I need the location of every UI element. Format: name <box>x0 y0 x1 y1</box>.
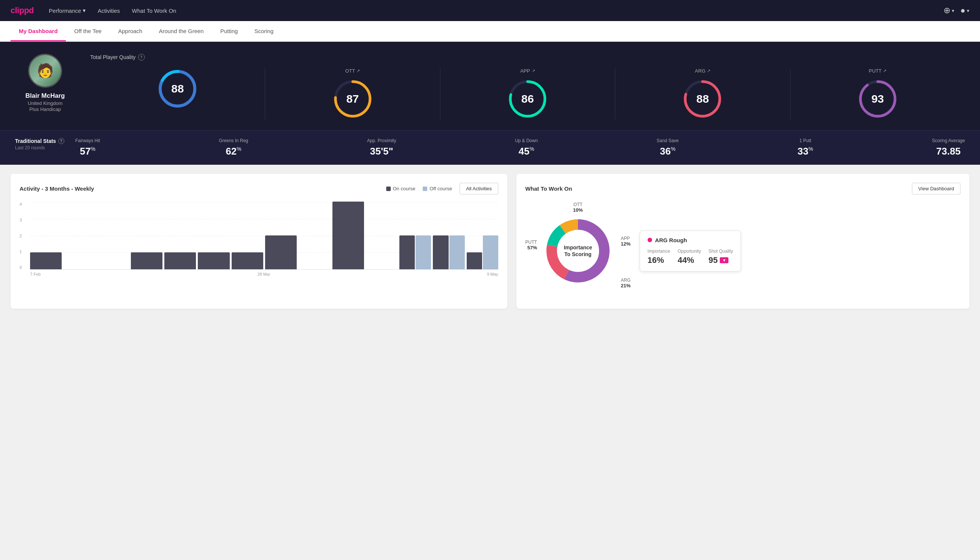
ott-score-circle: 87 <box>332 78 373 120</box>
bar-group-10 <box>333 202 364 269</box>
donut-center: Importance To Scoring <box>541 213 616 288</box>
profile-section: 🧑 Blair McHarg United Kingdom Plus Handi… <box>15 54 75 112</box>
score-card-app: APP ↗ 86 <box>440 68 615 120</box>
tooltip-shot-quality: Shot Quality 95 ▼ <box>709 248 733 265</box>
bar-oncourse <box>433 235 448 269</box>
score-card-putt: PUTT ↗ 93 <box>790 68 965 120</box>
activity-panel-header: Activity - 3 Months - Weekly On course O… <box>20 183 498 195</box>
bottom-panels: Activity - 3 Months - Weekly On course O… <box>0 165 980 318</box>
bar-group-12 <box>399 235 431 269</box>
score-label-ott: OTT ↗ <box>345 68 360 74</box>
legend-off-course: Off course <box>423 186 452 192</box>
stat-greens-in-reg: Greens In Reg 62% <box>219 138 248 157</box>
arg-score-circle: 88 <box>682 78 723 120</box>
tab-off-the-tee[interactable]: Off the Tee <box>66 21 110 42</box>
nav-activities[interactable]: Activities <box>98 8 120 14</box>
donut-label-putt: PUTT 57% <box>525 240 537 250</box>
bar-oncourse <box>164 252 196 269</box>
trad-stats-label: Traditional Stats ? Last 20 rounds <box>15 138 75 150</box>
nav-performance[interactable]: Performance ▾ <box>49 7 86 14</box>
x-label-feb: 7 Feb <box>30 272 41 277</box>
tooltip-importance: Importance 16% <box>647 248 670 265</box>
tooltip-opportunity: Opportunity 44% <box>678 248 701 265</box>
user-menu-button[interactable]: ● ▾ <box>960 6 970 15</box>
trad-stats-sublabel: Last 20 rounds <box>15 145 75 150</box>
scores-section: Total Player Quality ? 88 <box>90 54 965 120</box>
bar-group-13 <box>433 235 464 269</box>
down-arrow-badge: ▼ <box>720 257 729 263</box>
bar-group-6 <box>198 252 230 269</box>
chart-legend: On course Off course <box>386 186 453 192</box>
tab-my-dashboard[interactable]: My Dashboard <box>10 21 66 42</box>
bar-group-7 <box>232 252 263 269</box>
plus-circle-icon: ⊕ <box>943 6 950 15</box>
score-label-arg: ARG ↗ <box>695 68 710 74</box>
bar-group-1 <box>30 252 62 269</box>
tab-putting[interactable]: Putting <box>212 21 246 42</box>
score-cards: 88 OTT ↗ 87 <box>90 68 965 120</box>
donut-label-arg: ARG 21% <box>621 278 631 288</box>
bar-oncourse <box>399 235 415 269</box>
chevron-down-icon: ▾ <box>967 8 970 13</box>
wtwo-title: What To Work On <box>525 185 572 192</box>
profile-handicap: Plus Handicap <box>29 107 61 112</box>
score-card-ott: OTT ↗ 87 <box>265 68 440 120</box>
help-icon-trad[interactable]: ? <box>58 138 64 144</box>
ott-score-value: 87 <box>346 93 359 105</box>
y-label-1: 1 <box>20 249 22 254</box>
score-card-total: 88 <box>90 68 265 120</box>
add-button[interactable]: ⊕ ▾ <box>943 6 954 15</box>
y-label-4: 4 <box>20 202 22 207</box>
bar-group-8 <box>265 235 297 269</box>
what-to-work-on-panel: What To Work On View Dashboard <box>516 174 970 309</box>
donut-label-ott: OTT 10% <box>573 202 583 213</box>
on-course-dot <box>386 187 391 191</box>
putt-score-value: 93 <box>871 93 884 105</box>
app-logo[interactable]: clippd <box>10 6 34 15</box>
tab-approach[interactable]: Approach <box>110 21 150 42</box>
y-label-3: 3 <box>20 218 22 222</box>
wtwo-content: Importance To Scoring OTT 10% APP 12% AR… <box>525 202 960 300</box>
bar-oncourse <box>265 235 297 269</box>
stat-sand-save: Sand Save 36% <box>657 138 679 157</box>
total-score-circle: 88 <box>157 68 198 110</box>
bar-oncourse <box>30 252 62 269</box>
arrow-icon: ↗ <box>883 68 886 73</box>
donut-chart-container: Importance To Scoring OTT 10% APP 12% AR… <box>525 202 631 300</box>
stat-scoring-average: Scoring Average 73.85 <box>932 138 965 157</box>
activity-chart-title: Activity - 3 Months - Weekly <box>20 185 94 192</box>
bar-oncourse <box>131 252 163 269</box>
x-label-mar: 28 Mar <box>257 272 270 277</box>
help-icon[interactable]: ? <box>138 54 145 60</box>
bar-offcourse <box>483 235 498 269</box>
wtwo-panel-header: What To Work On View Dashboard <box>525 183 960 195</box>
stat-1-putt: 1 Putt 33% <box>798 138 813 157</box>
trad-stats-items: Fairways Hit 57% Greens In Reg 62% App. … <box>75 138 965 157</box>
tab-scoring[interactable]: Scoring <box>246 21 282 42</box>
avatar: 🧑 <box>28 54 62 88</box>
bar-offcourse <box>416 235 431 269</box>
tab-around-the-green[interactable]: Around the Green <box>150 21 212 42</box>
stat-fairways-hit: Fairways Hit 57% <box>75 138 100 157</box>
tooltip-title: ARG Rough <box>647 237 733 243</box>
off-course-dot <box>423 187 427 191</box>
chevron-down-icon: ▾ <box>83 7 86 14</box>
arg-rough-tooltip: ARG Rough Importance 16% Opportunity 44%… <box>640 230 741 272</box>
tooltip-stats: Importance 16% Opportunity 44% Shot Qual… <box>647 248 733 265</box>
donut-label-app: APP 12% <box>621 236 631 247</box>
tooltip-dot <box>647 238 652 242</box>
profile-country: United Kingdom <box>28 100 63 106</box>
bar-group-14 <box>467 235 498 269</box>
all-activities-button[interactable]: All Activities <box>459 183 498 195</box>
arrow-icon: ↗ <box>707 68 710 73</box>
top-navigation: clippd Performance ▾ Activities What To … <box>0 0 980 21</box>
score-label-app: APP ↗ <box>521 68 535 74</box>
bar-oncourse <box>198 252 230 269</box>
score-label-putt: PUTT ↗ <box>869 68 886 74</box>
nav-what-to-work-on[interactable]: What To Work On <box>132 8 176 14</box>
view-dashboard-button[interactable]: View Dashboard <box>912 183 960 195</box>
arrow-icon: ↗ <box>532 68 535 73</box>
stat-up-and-down: Up & Down 45% <box>515 138 538 157</box>
bar-group-4 <box>131 252 163 269</box>
profile-name: Blair McHarg <box>26 92 65 100</box>
